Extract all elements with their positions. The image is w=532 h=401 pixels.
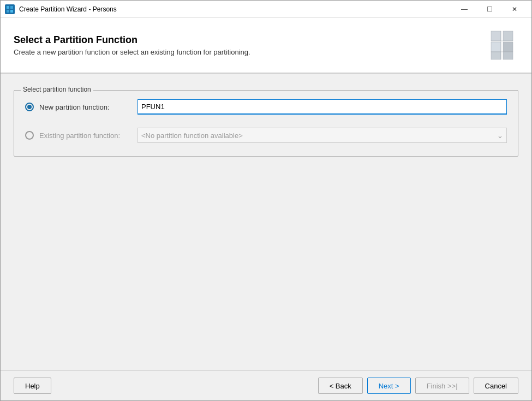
group-legend: Select partition function — [21, 86, 93, 93]
wizard-subtitle: Create a new partition function or selec… — [14, 48, 250, 56]
title-bar: Create Partition Wizard - Persons — ☐ ✕ — [1, 1, 531, 18]
new-partition-row: New partition function: — [25, 99, 507, 115]
new-partition-label: New partition function: — [39, 103, 138, 111]
select-partition-group: Select partition function New partition … — [14, 90, 518, 157]
window-title: Create Partition Wizard - Persons — [19, 5, 452, 13]
help-button[interactable]: Help — [14, 378, 51, 394]
wizard-title: Select a Partition Function — [14, 34, 250, 46]
header-cube-icon — [486, 29, 518, 62]
minimize-button[interactable]: — — [452, 1, 477, 18]
existing-partition-label: Existing partition function: — [39, 131, 138, 140]
finish-button: Finish >>| — [415, 378, 469, 394]
wizard-content: Select partition function New partition … — [1, 74, 531, 370]
dropdown-placeholder: <No partition function available> — [141, 131, 243, 140]
footer-right: < Back Next > Finish >>| Cancel — [318, 378, 518, 394]
svg-rect-8 — [503, 52, 513, 59]
wizard-footer: Help < Back Next > Finish >>| Cancel — [1, 370, 531, 400]
svg-rect-0 — [7, 6, 9, 9]
existing-partition-dropdown: <No partition function available> ⌄ — [138, 128, 507, 143]
dropdown-chevron-icon: ⌄ — [497, 131, 503, 140]
maximize-button[interactable]: ☐ — [477, 1, 502, 18]
wizard-header-text: Select a Partition Function Create a new… — [14, 34, 250, 56]
footer-left: Help — [14, 378, 318, 394]
back-button[interactable]: < Back — [318, 378, 363, 394]
app-icon — [5, 4, 15, 14]
svg-rect-5 — [503, 42, 513, 52]
svg-rect-1 — [10, 6, 13, 9]
cancel-button[interactable]: Cancel — [474, 378, 518, 394]
new-partition-radio[interactable] — [25, 103, 34, 111]
wizard-header: Select a Partition Function Create a new… — [1, 18, 531, 74]
existing-partition-row: Existing partition function: <No partiti… — [25, 128, 507, 143]
svg-rect-9 — [491, 52, 501, 59]
new-partition-input[interactable] — [138, 99, 507, 115]
svg-rect-7 — [491, 42, 501, 52]
next-button[interactable]: Next > — [367, 378, 411, 394]
wizard-window: Create Partition Wizard - Persons — ☐ ✕ … — [0, 0, 532, 401]
svg-rect-3 — [10, 10, 13, 13]
existing-partition-radio[interactable] — [25, 131, 34, 140]
close-button[interactable]: ✕ — [502, 1, 527, 18]
svg-rect-2 — [7, 10, 9, 13]
window-controls: — ☐ ✕ — [452, 1, 527, 18]
svg-rect-4 — [503, 31, 513, 41]
svg-rect-6 — [491, 31, 501, 41]
